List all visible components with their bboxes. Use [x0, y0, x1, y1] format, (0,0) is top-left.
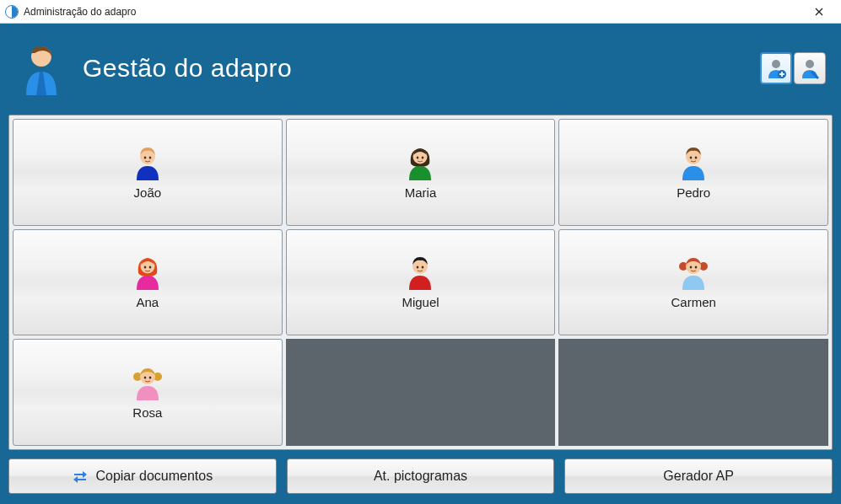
- copy-documents-label: Copiar documentos: [95, 469, 213, 484]
- svg-point-10: [144, 156, 147, 158]
- user-card[interactable]: Pedro: [558, 119, 828, 226]
- svg-point-19: [144, 266, 147, 269]
- svg-point-22: [417, 266, 419, 269]
- user-name-label: Carmen: [671, 295, 715, 309]
- user-name-label: Miguel: [402, 295, 439, 309]
- generate-ap-button[interactable]: Gerador AP: [564, 458, 833, 494]
- user-card[interactable]: João: [13, 119, 283, 226]
- user-avatar-icon: [402, 255, 438, 290]
- svg-point-4: [772, 60, 780, 68]
- user-name-label: Rosa: [132, 405, 162, 420]
- user-avatar-icon: [130, 145, 165, 180]
- svg-point-23: [422, 266, 424, 269]
- user-name-label: Maria: [405, 185, 437, 200]
- empty-slot: [558, 339, 828, 446]
- user-name-label: João: [134, 185, 162, 200]
- empty-slot: [286, 339, 556, 446]
- user-avatar-icon: [402, 145, 438, 180]
- svg-point-13: [417, 156, 419, 158]
- header-admin-icon: [15, 39, 74, 98]
- person-plus-icon: [764, 56, 788, 80]
- copy-arrows-icon: [72, 469, 89, 484]
- svg-point-17: [695, 156, 698, 158]
- user-card[interactable]: Ana: [13, 229, 283, 336]
- svg-point-8: [806, 60, 814, 68]
- bottom-actions: Copiar documentos At. pictogramas Gerado…: [8, 458, 833, 494]
- update-pictograms-label: At. pictogramas: [374, 469, 467, 484]
- user-avatar-icon: [676, 255, 711, 290]
- user-grid: João Maria Pedro Ana: [8, 115, 833, 450]
- svg-point-32: [144, 377, 147, 379]
- user-card[interactable]: Rosa: [13, 339, 283, 446]
- person-edit-icon: [798, 56, 822, 80]
- user-avatar-icon: [130, 255, 165, 290]
- user-card[interactable]: Carmen: [558, 229, 828, 336]
- copy-documents-button[interactable]: Copiar documentos: [8, 458, 277, 494]
- edit-user-button[interactable]: [794, 52, 826, 84]
- svg-point-16: [690, 156, 693, 158]
- user-card[interactable]: Maria: [286, 119, 556, 226]
- add-user-button[interactable]: [760, 52, 792, 84]
- generate-ap-label: Gerador AP: [663, 469, 734, 484]
- user-avatar-icon: [676, 145, 711, 180]
- svg-point-27: [690, 266, 693, 269]
- app-icon: [5, 5, 19, 19]
- user-name-label: Ana: [136, 295, 159, 309]
- svg-point-20: [149, 266, 152, 269]
- update-pictograms-button[interactable]: At. pictogramas: [287, 458, 555, 494]
- window-close-button[interactable]: [802, 2, 836, 22]
- titlebar: Administração do adapro: [0, 0, 841, 24]
- svg-point-33: [149, 377, 152, 379]
- user-name-label: Pedro: [677, 185, 710, 200]
- user-card[interactable]: Miguel: [286, 229, 556, 336]
- window-title: Administração do adapro: [24, 6, 136, 18]
- svg-point-28: [695, 266, 698, 269]
- user-avatar-icon: [130, 365, 165, 400]
- page-title: Gestão do adapro: [83, 54, 292, 83]
- svg-point-11: [149, 156, 152, 158]
- header: Gestão do adapro: [8, 30, 833, 106]
- svg-point-14: [422, 156, 424, 158]
- main-area: Gestão do adapro Joã: [0, 24, 841, 504]
